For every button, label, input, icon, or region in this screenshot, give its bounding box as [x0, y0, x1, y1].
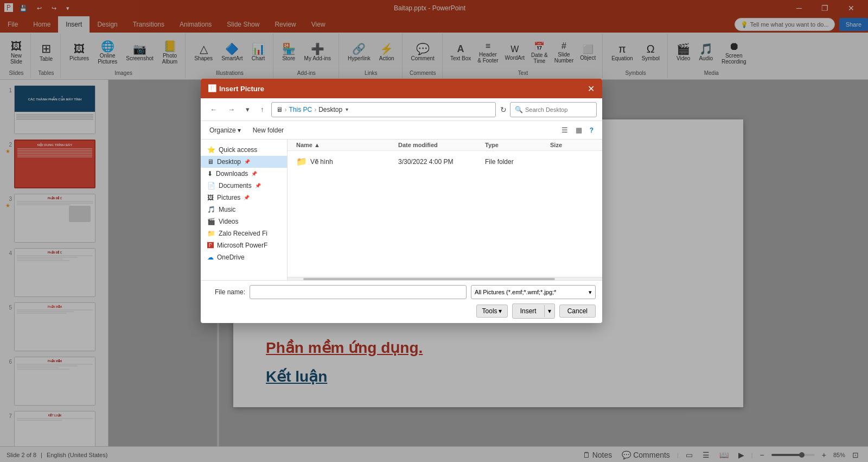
file-date: 3/30/2022 4:00 PM [398, 158, 485, 166]
search-input[interactable] [525, 106, 590, 113]
pin-pictures-icon: 📌 [244, 195, 250, 200]
documents-icon: 📄 [207, 182, 215, 189]
breadcrumb-icon: 🖥 [276, 106, 283, 113]
ms-ppt-icon: 🅿 [207, 242, 214, 249]
file-footer: File name: All Pictures (*.emf;*.wmf;*.j… [201, 280, 602, 323]
details-view-btn[interactable]: ▦ [572, 124, 585, 136]
col-type[interactable]: Type [485, 142, 550, 148]
modal-title: 🅿 Insert Picture [208, 84, 264, 93]
file-list-items: 📁 Vẽ hình 3/30/2022 4:00 PM File folder [288, 151, 602, 277]
new-folder-btn[interactable]: New folder [248, 125, 288, 136]
desktop-icon: 🖥 [207, 158, 214, 166]
pin-downloads-icon: 📌 [251, 171, 257, 176]
powerpoint-modal-icon: 🅿 [208, 84, 216, 93]
file-search-bar: 🔍 [510, 102, 597, 117]
breadcrumb-bar: 🖥 › This PC › Desktop ▾ [271, 102, 496, 117]
horizontal-scrollbar[interactable] [288, 277, 602, 280]
tools-button[interactable]: Tools ▾ [476, 305, 508, 318]
sidebar-quick-access-header: ⭐ Quick access [201, 144, 287, 156]
sidebar-item-zalo[interactable]: 📁 Zalo Received Fi [201, 227, 287, 239]
file-name-row: File name: All Pictures (*.emf;*.wmf;*.j… [207, 285, 596, 299]
file-nav-bar: ← → ▾ ↑ 🖥 › This PC › Desktop ▾ ↻ 🔍 [201, 98, 602, 121]
folder-icon: 📁 [296, 156, 307, 167]
file-toolbar: Organize ▾ New folder ☰ ▦ ? [201, 121, 602, 140]
insert-dropdown-icon[interactable]: ▾ [545, 305, 554, 317]
file-name-input[interactable] [250, 285, 467, 299]
file-type: File folder [485, 158, 550, 166]
file-item-name: 📁 Vẽ hình [296, 156, 398, 167]
file-name-label: File name: [207, 288, 245, 296]
col-name[interactable]: Name ▲ [296, 142, 398, 148]
sidebar-item-desktop[interactable]: 🖥 Desktop 📌 [201, 156, 287, 168]
insert-picture-modal: 🅿 Insert Picture ✕ ← → ▾ ↑ 🖥 › This PC ›… [201, 79, 602, 323]
list-view-btn[interactable]: ☰ [558, 124, 571, 136]
sidebar-item-videos[interactable]: 🎬 Videos [201, 216, 287, 227]
insert-button[interactable]: Insert ▾ [512, 303, 555, 319]
file-item-vehinh[interactable]: 📁 Vẽ hình 3/30/2022 4:00 PM File folder [288, 153, 602, 170]
file-type-select[interactable]: All Pictures (*.emf;*.wmf;*.jpg;* ▾ [471, 285, 596, 299]
file-browser-body: ⭐ Quick access 🖥 Desktop 📌 ⬇ Downloads 📌… [201, 140, 602, 280]
pictures-sidebar-icon: 🖼 [207, 194, 214, 201]
col-size[interactable]: Size [550, 142, 593, 148]
file-browser-sidebar: ⭐ Quick access 🖥 Desktop 📌 ⬇ Downloads 📌… [201, 140, 288, 280]
sidebar-item-downloads[interactable]: ⬇ Downloads 📌 [201, 168, 287, 180]
breadcrumb-dropdown-btn[interactable]: ▾ [344, 106, 349, 112]
sidebar-item-music[interactable]: 🎵 Music [201, 204, 287, 216]
footer-buttons: Tools ▾ Insert ▾ Cancel [207, 303, 596, 319]
nav-up-btn[interactable]: ↑ [257, 103, 268, 116]
help-btn[interactable]: ? [586, 124, 597, 136]
modal-overlay: 🅿 Insert Picture ✕ ← → ▾ ↑ 🖥 › This PC ›… [0, 0, 868, 462]
file-list-header: Name ▲ Date modified Type Size [288, 140, 602, 151]
zalo-icon: 📁 [207, 230, 215, 237]
sidebar-item-mspowerpoint[interactable]: 🅿 Microsoft PowerF [201, 239, 287, 251]
file-list-area: Name ▲ Date modified Type Size 📁 Vẽ hình… [288, 140, 602, 280]
breadcrumb-desktop[interactable]: Desktop [318, 106, 342, 113]
nav-dropdown-btn[interactable]: ▾ [242, 103, 253, 116]
breadcrumb-this-pc[interactable]: This PC [289, 106, 312, 113]
modal-close-btn[interactable]: ✕ [588, 84, 595, 94]
refresh-btn[interactable]: ↻ [500, 105, 507, 114]
music-icon: 🎵 [207, 206, 215, 213]
pin-icon: 📌 [244, 159, 250, 164]
videos-icon: 🎬 [207, 218, 215, 225]
sidebar-item-documents[interactable]: 📄 Documents 📌 [201, 180, 287, 192]
quick-access-icon: ⭐ [207, 146, 215, 154]
type-dropdown-icon: ▾ [589, 289, 592, 296]
downloads-icon: ⬇ [207, 170, 213, 178]
organize-dropdown-icon: ▾ [238, 126, 241, 134]
modal-titlebar: 🅿 Insert Picture ✕ [201, 79, 602, 98]
nav-forward-btn[interactable]: → [224, 103, 239, 116]
organize-btn[interactable]: Organize ▾ [206, 125, 244, 136]
cancel-button[interactable]: Cancel [559, 305, 596, 318]
col-date[interactable]: Date modified [398, 142, 485, 148]
tools-dropdown-icon: ▾ [499, 307, 502, 315]
pin-documents-icon: 📌 [255, 183, 261, 188]
nav-back-btn[interactable]: ← [206, 103, 221, 116]
sidebar-item-onedrive[interactable]: ☁ OneDrive [201, 251, 287, 263]
insert-btn-label[interactable]: Insert [513, 305, 545, 317]
view-buttons: ☰ ▦ ? [558, 124, 597, 136]
scroll-thumb [303, 278, 555, 280]
search-icon: 🔍 [515, 106, 523, 113]
onedrive-icon: ☁ [207, 254, 214, 261]
sidebar-item-pictures[interactable]: 🖼 Pictures 📌 [201, 192, 287, 204]
